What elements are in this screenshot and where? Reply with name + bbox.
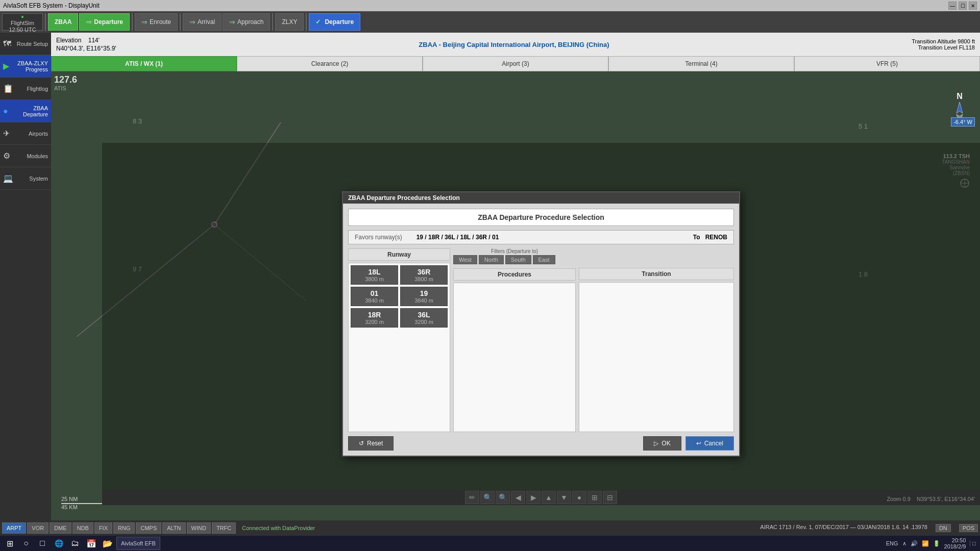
procedure-column: Filters (Departure to) West North South … (453, 248, 576, 432)
runway-19[interactable]: 19 3840 m (400, 287, 448, 306)
flightsim-time: 12:50 UTC (9, 27, 36, 33)
tab-enroute[interactable]: ⇒ Enroute (135, 13, 178, 31)
transition-column: Transition (579, 248, 734, 432)
window-controls[interactable]: — ☐ ✕ (948, 2, 977, 10)
reset-button[interactable]: ↺ Reset (348, 436, 394, 450)
nav-separator-4 (272, 13, 273, 31)
modules-icon: ⚙ (3, 151, 10, 161)
sidebar-item-flightlog[interactable]: 📋 Flightlog (0, 78, 51, 100)
task-files[interactable]: 📂 (100, 537, 115, 550)
sidebar-item-route-setup[interactable]: 🗺 Route Setup (0, 33, 51, 55)
runway-18r[interactable]: 18R 3200 m (351, 308, 398, 328)
cancel-icon: ↩ (696, 440, 701, 447)
modal-header: ZBAA Departure Procedure Selection (348, 209, 734, 226)
flightsim-indicator: ● FlightSim 12:50 UTC (2, 13, 43, 31)
atis-frequency: 127.6 (54, 74, 77, 85)
titlebar: AivlaSoft EFB System - DisplayUnit — ☐ ✕ (0, 0, 980, 11)
sidebar-item-modules[interactable]: ⚙ Modules (0, 145, 51, 167)
bnav-rng[interactable]: RNG (113, 522, 135, 534)
tab-vfr[interactable]: VFR (5) (794, 56, 980, 71)
transition-level: Transition Level FL118 (912, 44, 975, 51)
departure-modal: ZBAA Departure Procedures Selection ZBAA… (342, 191, 740, 457)
taskbar-app-efb[interactable]: AivlaSoft EFB (116, 537, 160, 550)
tab-airport[interactable]: Airport (3) (423, 56, 608, 71)
filter-north[interactable]: North (479, 255, 504, 264)
ok-icon: ▷ (654, 440, 658, 447)
tab-departure[interactable]: ⇒ Departure (79, 13, 130, 31)
tab-zlxy[interactable]: ZLXY (275, 13, 304, 31)
systray-expand[interactable]: ∧ (902, 540, 906, 547)
top-nav: ● FlightSim 12:50 UTC ZBAA ⇒ Departure ⇒… (0, 11, 980, 33)
systray-battery[interactable]: 🔋 (933, 540, 940, 547)
bottom-right-info: AIRAC 1713 / Rev. 1, 07/DEC/2017 — 03/JA… (760, 524, 978, 532)
infobar: Elevation 114' N40°04.3', E116°35.9' ZBA… (51, 33, 980, 56)
system-icon: 💻 (3, 173, 13, 183)
task-explorer[interactable]: 🗂 (67, 537, 83, 550)
bnav-dme[interactable]: DME (50, 522, 71, 534)
nav-separator-1 (45, 13, 46, 31)
tab-clearance[interactable]: Clearance (2) (237, 56, 423, 71)
close-btn[interactable]: ✕ (969, 2, 977, 10)
procedure-col-body[interactable] (453, 283, 576, 432)
minimize-btn[interactable]: — (948, 2, 957, 10)
departure-icon: ● (3, 107, 8, 116)
tab-atis[interactable]: ATIS / WX (1) (51, 56, 237, 71)
bnav-cmps[interactable]: CMPS (136, 522, 161, 534)
bnav-trfc[interactable]: TRFC (212, 522, 236, 534)
tab-approach[interactable]: ⇒ Approach (223, 13, 270, 31)
pos-btn[interactable]: POS (959, 524, 978, 532)
reset-icon: ↺ (359, 440, 364, 447)
runway-18l[interactable]: 18L 3800 m (351, 265, 398, 285)
procedure-col-header: Procedures (453, 268, 576, 281)
tab-zbaa[interactable]: ZBAA (48, 13, 78, 31)
systray-network[interactable]: 📶 (922, 540, 929, 547)
runway-pair-3: 18R 3200 m 36L 3200 m (351, 308, 448, 328)
task-search[interactable]: ○ (18, 537, 34, 550)
filter-west[interactable]: West (453, 255, 477, 264)
bnav-ndb[interactable]: NDB (72, 522, 93, 534)
transition-info: Transition Altitude 9800 ft Transition L… (912, 38, 975, 51)
start-button[interactable]: ⊞ (2, 537, 17, 550)
transition-col-body[interactable] (579, 282, 734, 432)
transition-col-header: Transition (579, 268, 734, 280)
tab-terminal[interactable]: Terminal (4) (608, 56, 794, 71)
sidebar-item-system[interactable]: 💻 System (0, 167, 51, 190)
elevation-value: 114' (88, 37, 100, 44)
systray-volume[interactable]: 🔊 (911, 540, 918, 547)
taskbar: ⊞ ○ □ 🌐 🗂 📅 📂 AivlaSoft EFB ENG ∧ 🔊 📶 🔋 … (0, 536, 980, 551)
bnav-altn[interactable]: ALTN (162, 522, 185, 534)
sidebar-item-departure[interactable]: ● ZBAA Departure (0, 100, 51, 122)
task-edge[interactable]: 🌐 (51, 537, 66, 550)
bnav-vor[interactable]: VOR (27, 522, 48, 534)
tab-departure2[interactable]: ✓ Departure (309, 13, 360, 31)
content-tabs: ATIS / WX (1) Clearance (2) Airport (3) … (51, 56, 980, 71)
route-icon: 🗺 (3, 39, 11, 48)
bnav-fix[interactable]: FIX (94, 522, 112, 534)
tab-arrival[interactable]: ⇒ Arrival (183, 13, 222, 31)
filter-south[interactable]: South (505, 255, 531, 264)
filter-east[interactable]: East (533, 255, 555, 264)
sidebar-item-airports[interactable]: ✈ Airports (0, 122, 51, 145)
airport-info: ZBAA - Beijing Capital International Air… (116, 41, 912, 48)
runway-01[interactable]: 01 3840 m (351, 287, 398, 306)
bottom-nav: ARPT VOR DME NDB FIX RNG CMPS ALTN WIND … (0, 520, 980, 536)
dn-btn[interactable]: DN (936, 524, 951, 532)
sidebar-item-progress[interactable]: ▶ ZBAA-ZLXY Progress (0, 55, 51, 78)
task-view[interactable]: □ (35, 537, 50, 550)
bnav-arpt[interactable]: ARPT (2, 522, 26, 534)
runway-36r[interactable]: 36R 3800 m (400, 265, 448, 285)
bnav-wind[interactable]: WIND (187, 522, 211, 534)
cancel-button[interactable]: ↩ Cancel (685, 436, 734, 450)
map-area[interactable]: 127.6 ATIS 8 3 9 7 5 1 1 8 N -6.4° W 113… (51, 71, 980, 520)
runway-36l[interactable]: 36L 3200 m (400, 308, 448, 328)
filters-label: Filters (Departure to) (453, 248, 576, 254)
infobar-left: Elevation 114' N40°04.3', E116°35.9' (56, 37, 116, 52)
map-num-1: 8 3 (133, 117, 142, 125)
svg-marker-4 (957, 102, 963, 113)
maximize-btn[interactable]: ☐ (959, 2, 967, 10)
show-desktop[interactable]: □ (970, 540, 976, 546)
ok-button[interactable]: ▷ OK (643, 436, 681, 450)
elevation-label: Elevation (56, 37, 81, 44)
compass-deviation: -6.4° W (951, 117, 975, 127)
task-calendar[interactable]: 📅 (84, 537, 99, 550)
